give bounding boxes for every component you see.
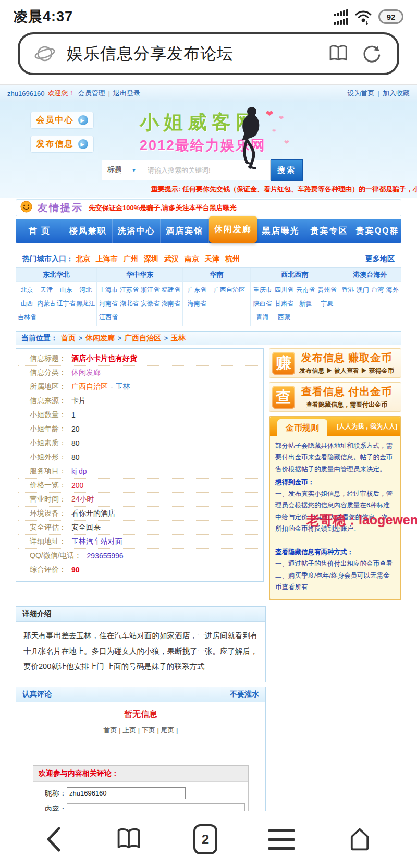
nav-item-vip[interactable]: 贵宾专区 xyxy=(305,219,354,243)
address-link[interactable]: 玉林汽车站对面 xyxy=(71,537,122,546)
breadcrumb-label: 当前位置： xyxy=(21,334,58,343)
home-button[interactable] xyxy=(346,825,374,854)
province-link[interactable]: 广西自治区 xyxy=(214,286,245,295)
clock-time: 凌晨4:37 xyxy=(14,7,73,26)
refresh-icon[interactable] xyxy=(361,42,384,65)
city-link[interactable]: 天津 xyxy=(205,254,219,263)
bookmarks-button[interactable] xyxy=(115,825,143,853)
province-link[interactable]: 山西 xyxy=(17,299,37,308)
city-link[interactable]: 上海市 xyxy=(96,254,118,263)
nav-item-leisure-active[interactable]: 休闲发廊 xyxy=(209,216,257,243)
rules-paragraph: 一、通过帖子的售价付出相应的金币查看 xyxy=(275,558,395,569)
nav-item-hotel[interactable]: 酒店宾馆 xyxy=(161,219,209,243)
province-link[interactable]: 安徽省 xyxy=(140,299,161,308)
city-link[interactable]: 广州 xyxy=(124,254,138,263)
city-link[interactable]: 北京 xyxy=(76,254,90,263)
breadcrumb-city[interactable]: 玉林 xyxy=(171,334,186,343)
province-link[interactable]: 山东 xyxy=(56,286,76,295)
search-button[interactable]: 搜索 xyxy=(271,159,303,181)
province-link[interactable]: 湖南省 xyxy=(161,299,181,308)
province-link[interactable]: 四川省 xyxy=(273,286,295,295)
page-title-text[interactable]: 娱乐信息分享发布论坛 xyxy=(67,43,316,65)
earn-coins-banner[interactable]: 赚 发布信息 赚取金币 发布信息 ▶ 被人查看 ▶ 获得金币 xyxy=(269,348,401,378)
province-link[interactable]: 广东省 xyxy=(188,286,206,295)
nickname-input[interactable] xyxy=(67,787,186,799)
province-link[interactable]: 青海 xyxy=(252,313,273,322)
province-link[interactable]: 浙江省 xyxy=(140,286,161,295)
comment-form-title: 欢迎参与内容相关评论： xyxy=(33,766,248,782)
set-homepage-link[interactable]: 设为首页 xyxy=(348,89,375,98)
province-link[interactable]: 福建省 xyxy=(161,286,181,295)
publish-info-button[interactable]: 发布信息 ▶ xyxy=(30,136,94,153)
province-link[interactable]: 北京 xyxy=(17,286,37,295)
back-button[interactable] xyxy=(43,824,64,854)
breadcrumb-province[interactable]: 广西自治区 xyxy=(125,334,161,343)
province-link[interactable]: 吉林省 xyxy=(17,313,37,322)
bookmarks-icon[interactable] xyxy=(326,43,350,65)
province-link[interactable]: 贵州省 xyxy=(316,286,338,295)
province-link[interactable]: 广西自治区 xyxy=(71,382,108,392)
welcome-text: 欢迎您！ xyxy=(48,89,75,98)
breadcrumb-category[interactable]: 休闲发廊 xyxy=(85,334,115,343)
province-link[interactable]: 新疆 xyxy=(295,299,316,308)
city-link[interactable]: 玉林 xyxy=(116,382,130,392)
province-link[interactable]: 香港 xyxy=(340,286,355,295)
province-link[interactable]: 云南省 xyxy=(295,286,316,295)
member-center-button[interactable]: 会员中心 ▶ xyxy=(30,112,94,129)
nav-item-vip-qq[interactable]: 贵宾QQ群 xyxy=(353,219,401,243)
breadcrumb-arrow: > xyxy=(164,335,168,342)
category-link[interactable]: 休闲发廊 xyxy=(71,368,101,377)
detail-title: 详细介绍 xyxy=(22,609,52,619)
province-link[interactable]: 甘肃省 xyxy=(273,299,295,308)
more-regions-link[interactable]: 更多地区 xyxy=(365,254,395,264)
search-category-select[interactable]: 标题 ▼ xyxy=(102,160,142,180)
watermark-text: 老哥稳：laogewen.vip xyxy=(306,511,417,529)
province-link[interactable]: 河北 xyxy=(76,286,96,295)
nav-item-home[interactable]: 首 页 xyxy=(16,219,64,243)
province-link[interactable]: 天津 xyxy=(37,286,57,295)
nav-item-bath[interactable]: 洗浴中心 xyxy=(113,219,161,243)
region-column-south: 华南 广东省广西自治区海南省 xyxy=(183,268,251,326)
girl-looks: 80 xyxy=(71,453,80,461)
city-link[interactable]: 深圳 xyxy=(144,254,158,263)
province-link[interactable]: 宁夏 xyxy=(316,299,338,308)
listing-title: 酒店小卡片也有好货 xyxy=(71,354,137,363)
tip-label: 友情提示 xyxy=(38,201,83,215)
city-link[interactable]: 南京 xyxy=(185,254,199,263)
city-link[interactable]: 杭州 xyxy=(225,254,240,263)
member-manage-link[interactable]: 会员管理 xyxy=(78,89,105,98)
province-link[interactable]: 河南省 xyxy=(98,299,119,308)
no-comments-message: 暂无信息 xyxy=(16,709,265,720)
province-link[interactable]: 江苏省 xyxy=(119,286,140,295)
province-link[interactable]: 黑龙江 xyxy=(76,299,96,308)
city-link[interactable]: 武汉 xyxy=(164,254,179,263)
province-link[interactable]: 海外 xyxy=(385,286,400,295)
tabs-button[interactable]: 2 xyxy=(193,824,217,854)
province-link[interactable]: 西藏 xyxy=(273,313,295,322)
arrow-circle-icon: ▶ xyxy=(78,139,88,149)
province-link[interactable]: 江西省 xyxy=(98,313,119,322)
field-label: 信息来源： xyxy=(30,396,66,406)
contact-qq[interactable]: 293655996 xyxy=(87,552,124,560)
province-link[interactable]: 辽宁省 xyxy=(56,299,76,308)
menu-button[interactable] xyxy=(268,829,295,850)
province-link[interactable]: 湖北省 xyxy=(119,299,140,308)
pay-coins-banner[interactable]: 查 查看信息 付出金币 查看隐藏信息，需要付出金币 xyxy=(269,382,401,412)
province-link[interactable]: 澳门 xyxy=(355,286,371,295)
add-favorite-link[interactable]: 加入收藏 xyxy=(383,89,410,98)
nav-item-loufeng[interactable]: 楼凤兼职 xyxy=(64,219,113,243)
breadcrumb-home[interactable]: 首页 xyxy=(61,334,76,343)
province-link[interactable]: 陕西省 xyxy=(252,299,273,308)
province-link[interactable]: 台湾 xyxy=(370,286,385,295)
province-link[interactable]: 内蒙古 xyxy=(37,299,57,308)
province-link[interactable]: 上海市 xyxy=(98,286,119,295)
service-items: kj dp xyxy=(71,467,87,475)
province-link[interactable]: 海南省 xyxy=(188,299,206,308)
pagination[interactable]: 首页 | 上页 | 下页 | 尾页 | xyxy=(16,726,265,735)
field-label: QQ/微信/电话： xyxy=(30,551,82,560)
province-link[interactable]: 重庆市 xyxy=(252,286,273,295)
nav-item-expose[interactable]: 黑店曝光 xyxy=(257,219,305,243)
browser-url-bar[interactable]: 娱乐信息分享发布论坛 xyxy=(18,32,399,75)
logout-link[interactable]: 退出登录 xyxy=(113,89,140,98)
site-header: 会员中心 ▶ 发布信息 ▶ 小姐威客网 2012最给力娱乐网 xyxy=(0,102,417,198)
